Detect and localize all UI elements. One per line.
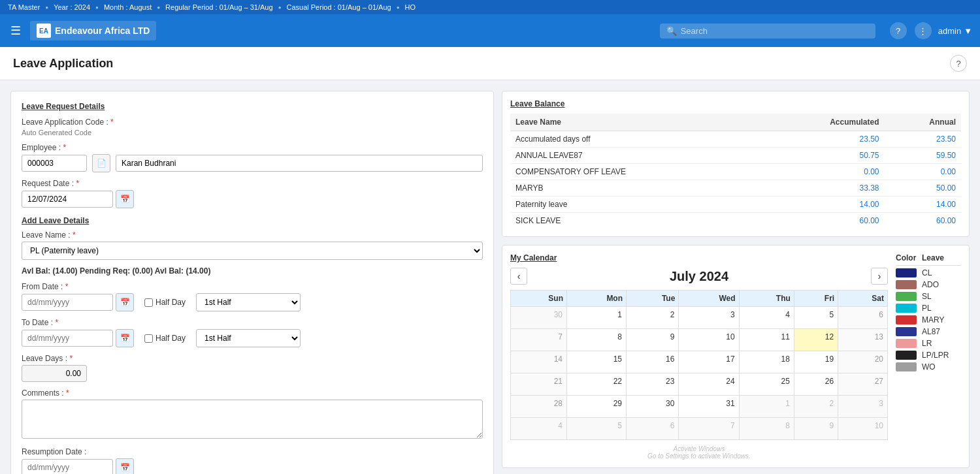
calendar-day-cell[interactable]: 28 (511, 396, 567, 418)
app-logo[interactable]: EA Endeavour Africa LTD (30, 21, 156, 40)
resumption-date-input[interactable] (22, 459, 113, 474)
calendar-day-cell[interactable]: 23 (627, 373, 679, 396)
casual-period: Casual Period : 01/Aug – 01/Aug (286, 3, 391, 11)
calendar-day-cell[interactable]: 18 (739, 351, 794, 373)
help-button[interactable]: ? (950, 55, 967, 72)
leave-application-form: Leave Request Details Leave Application … (10, 91, 494, 474)
calendar-day-cell[interactable]: 1 (739, 396, 794, 418)
calendar-day-cell[interactable]: 21 (511, 373, 567, 396)
legend-label: AL87 (922, 327, 961, 336)
calendar-day-cell[interactable]: 9 (627, 329, 679, 351)
from-date-label: From Date : * (22, 282, 483, 291)
calendar-section: My Calendar ‹ July 2024 › SunMonTueWedTh… (502, 245, 970, 468)
calendar-day-cell[interactable]: 8 (739, 418, 794, 440)
from-date-calendar-button[interactable]: 📅 (116, 293, 134, 311)
legend-label: MARY (922, 315, 961, 324)
calendar-day-cell[interactable]: 12 (794, 329, 838, 351)
calendar-day-cell[interactable]: 20 (838, 351, 888, 373)
to-date-row: To Date : * 📅 Half Day 1st Half 2nd Half (22, 318, 483, 347)
search-bar[interactable]: 🔍 (660, 24, 875, 39)
legend-color-swatch (896, 339, 917, 348)
calendar-day-cell[interactable]: 5 (794, 307, 838, 329)
leave-balance-table: Leave Name Accumulated Annual Accumulate… (510, 114, 961, 229)
legend-label: CL (922, 268, 961, 277)
leave-name-label: Leave Name : * (22, 230, 483, 240)
calendar-day-cell[interactable]: 24 (679, 373, 739, 396)
employee-code-input[interactable] (22, 155, 87, 172)
resumption-date-calendar-button[interactable]: 📅 (116, 458, 134, 474)
calendar-day-cell[interactable]: 22 (566, 373, 626, 396)
calendar-prev-button[interactable]: ‹ (510, 268, 527, 285)
legend-label: LR (922, 339, 961, 348)
calendar-day-cell[interactable]: 10 (838, 418, 888, 440)
lb-name: COMPENSATORY OFF LEAVE (510, 164, 760, 180)
to-half-day-checkbox[interactable] (144, 334, 153, 343)
legend-color-swatch (896, 268, 917, 277)
request-date-label: Request Date : * (22, 179, 483, 188)
help-nav-icon[interactable]: ? (890, 22, 907, 39)
lb-name: SICK LEAVE (510, 213, 760, 229)
from-half-day-checkbox[interactable] (144, 298, 153, 307)
calendar-day-cell[interactable]: 4 (511, 418, 567, 440)
calendar-day-cell[interactable]: 29 (566, 396, 626, 418)
to-date-input[interactable] (22, 330, 113, 347)
calendar-day-cell[interactable]: 10 (679, 329, 739, 351)
calendar-day-cell[interactable]: 3 (838, 396, 888, 418)
calendar-day-cell[interactable]: 16 (627, 351, 679, 373)
calendar-day-cell[interactable]: 9 (794, 418, 838, 440)
leave-app-code-label: Leave Application Code : * (22, 118, 483, 127)
comments-textarea[interactable] (22, 400, 483, 439)
calendar-day-cell[interactable]: 19 (794, 351, 838, 373)
table-row: MARYB 33.38 50.00 (510, 180, 961, 197)
to-date-calendar-button[interactable]: 📅 (116, 329, 134, 347)
calendar-day-cell[interactable]: 26 (794, 373, 838, 396)
calendar-day-cell[interactable]: 6 (838, 307, 888, 329)
calendar-day-cell[interactable]: 31 (679, 396, 739, 418)
calendar-day-cell[interactable]: 14 (511, 351, 567, 373)
lb-table-header: Leave Name Accumulated Annual (510, 114, 961, 131)
legend-item: AL87 (896, 327, 961, 336)
to-half-select[interactable]: 1st Half 2nd Half (196, 329, 301, 347)
top-bar: TA Master ● Year : 2024 ● Month : August… (0, 0, 980, 14)
calendar-day-cell[interactable]: 4 (739, 307, 794, 329)
from-half-select[interactable]: 1st Half 2nd Half (196, 293, 301, 311)
calendar-day-cell[interactable]: 6 (627, 418, 679, 440)
request-date-calendar-button[interactable]: 📅 (116, 190, 134, 208)
calendar-day-cell[interactable]: 3 (679, 307, 739, 329)
calendar-day-cell[interactable]: 30 (627, 396, 679, 418)
search-input[interactable] (681, 26, 869, 36)
employee-lookup-button[interactable]: 📄 (92, 154, 110, 172)
calendar-day-cell[interactable]: 1 (566, 307, 626, 329)
table-row: Paternity leave 14.00 14.00 (510, 197, 961, 213)
calendar-day-cell[interactable]: 17 (679, 351, 739, 373)
calendar-day-cell[interactable]: 5 (566, 418, 626, 440)
calendar-day-cell[interactable]: 25 (739, 373, 794, 396)
from-date-input[interactable] (22, 294, 113, 311)
lb-annual: 23.50 (885, 131, 961, 148)
lb-col-annual: Annual (885, 114, 961, 131)
to-half-day-check[interactable]: Half Day (144, 334, 186, 343)
calendar-table: SunMonTueWedThuFriSat 301234567891011121… (510, 290, 888, 440)
calendar-day-cell[interactable]: 7 (679, 418, 739, 440)
cal-day-header: Sun (511, 291, 567, 307)
calendar-day-cell[interactable]: 7 (511, 329, 567, 351)
admin-menu[interactable]: admin ▼ (938, 26, 972, 36)
leave-name-select[interactable]: PL (Paternity leave) CL ADO SL ANNUAL LE… (22, 242, 483, 260)
request-date-input[interactable] (22, 191, 113, 208)
lb-accumulated: 33.38 (760, 180, 884, 197)
calendar-day-cell[interactable]: 15 (566, 351, 626, 373)
calendar-day-cell[interactable]: 30 (511, 307, 567, 329)
calendar-day-cell[interactable]: 13 (838, 329, 888, 351)
calendar-day-cell[interactable]: 27 (838, 373, 888, 396)
hamburger-menu[interactable]: ☰ (8, 21, 24, 40)
employee-label: Employee : * (22, 143, 483, 152)
calendar-week-row: 45678910 (511, 418, 888, 440)
calendar-day-cell[interactable]: 2 (794, 396, 838, 418)
from-half-day-check[interactable]: Half Day (144, 298, 186, 307)
calendar-day-cell[interactable]: 2 (627, 307, 679, 329)
calendar-day-cell[interactable]: 8 (566, 329, 626, 351)
calendar-next-button[interactable]: › (871, 268, 888, 285)
grid-icon[interactable]: ⋮ (915, 22, 932, 39)
employee-name-input[interactable] (116, 155, 483, 172)
calendar-day-cell[interactable]: 11 (739, 329, 794, 351)
